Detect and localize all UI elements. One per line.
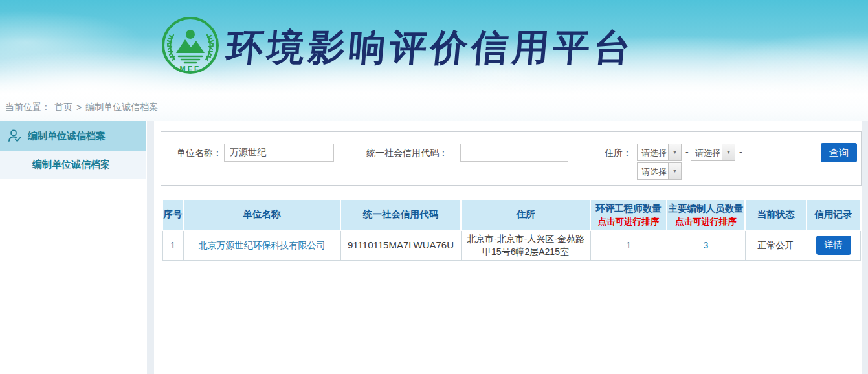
credit-code-input[interactable] (460, 144, 568, 162)
header-engineer-count-sort[interactable]: 环评工程师数量 点击可进行排序 (590, 199, 667, 230)
cell-status: 正常公开 (745, 230, 807, 260)
header-credit-code: 统一社会信用代码 (340, 199, 461, 230)
svg-text:MEE: MEE (180, 65, 201, 72)
cell-credit-record: 详情 (807, 230, 860, 260)
sidebar: 编制单位诚信档案 编制单位诚信档案 (0, 121, 146, 179)
city-select[interactable]: 请选择 ▼ (691, 144, 735, 161)
unit-name-link[interactable]: 北京万源世纪环保科技有限公司 (199, 240, 326, 250)
district-select[interactable]: 请选择 ▼ (637, 162, 682, 180)
sort-hint: 点击可进行排序 (667, 215, 744, 228)
chevron-down-icon[interactable]: ▼ (668, 163, 681, 179)
cell-staff-count: 3 (667, 230, 745, 260)
breadcrumb-current: 编制单位诚信档案 (85, 102, 158, 113)
cell-index: 1 (162, 230, 183, 260)
sidebar-subitem-unit-credit-archive[interactable]: 编制单位诚信档案 (0, 151, 146, 179)
unit-name-label: 单位名称： (177, 148, 222, 159)
header-address: 住所 (461, 199, 590, 230)
header-credit-record: 信用记录 (807, 199, 860, 230)
header-index: 序号 (162, 199, 183, 230)
province-select[interactable]: 请选择 ▼ (637, 144, 682, 161)
breadcrumb-prefix: 当前位置： (5, 102, 50, 113)
results-table: 序号 单位名称 统一社会信用代码 住所 环评工程师数量 点击可进行排序 主要编制… (162, 199, 861, 261)
sidebar-item-unit-credit-archive[interactable]: 编制单位诚信档案 (0, 121, 146, 151)
cell-credit-code: 91110115MA7LWUA76U (340, 230, 461, 260)
table-row: 1 北京万源世纪环保科技有限公司 91110115MA7LWUA76U 北京市-… (162, 230, 860, 260)
credit-code-label: 统一社会信用代码： (366, 148, 448, 159)
dash-separator: - (685, 147, 689, 157)
header-unit-name: 单位名称 (183, 199, 340, 230)
address-label: 住所： (605, 148, 632, 159)
dash-separator: - (739, 147, 742, 157)
header-staff-count-sort[interactable]: 主要编制人员数量 点击可进行排序 (667, 199, 745, 230)
right-divider (862, 121, 868, 374)
table-header-row: 序号 单位名称 统一社会信用代码 住所 环评工程师数量 点击可进行排序 主要编制… (162, 199, 860, 230)
breadcrumb-separator: > (76, 102, 82, 113)
engineer-count-link[interactable]: 1 (626, 240, 631, 250)
chevron-down-icon[interactable]: ▼ (722, 144, 735, 160)
cell-unit-name: 北京万源世纪环保科技有限公司 (183, 230, 340, 260)
search-panel: 单位名称： 统一社会信用代码： 住所： 请选择 ▼ - 请选择 ▼ - 请选择 … (161, 131, 862, 186)
user-check-icon (8, 129, 22, 143)
sort-hint: 点击可进行排序 (591, 215, 666, 228)
staff-count-link[interactable]: 3 (704, 240, 709, 250)
chevron-down-icon[interactable]: ▼ (668, 144, 681, 160)
cell-address: 北京市-北京市-大兴区-金苑路甲15号6幢2层A215室 (461, 230, 590, 260)
page: MEE 环境影响评价信用平台 当前位置： 首页 > 编制单位诚信档案 编制单位诚… (0, 0, 868, 374)
sidebar-item-label: 编制单位诚信档案 (28, 130, 106, 142)
cell-engineer-count: 1 (590, 230, 667, 260)
left-divider (147, 121, 154, 374)
query-button[interactable]: 查询 (821, 143, 857, 162)
detail-button[interactable]: 详情 (816, 236, 851, 255)
mee-logo-icon: MEE (161, 16, 220, 75)
breadcrumb-home-link[interactable]: 首页 (54, 102, 72, 113)
site-banner: MEE 环境影响评价信用平台 (0, 0, 868, 94)
unit-name-input[interactable] (224, 144, 334, 162)
sidebar-subitem-label: 编制单位诚信档案 (32, 159, 110, 171)
site-title: 环境影响评价信用平台 (225, 23, 637, 73)
header-status: 当前状态 (745, 199, 807, 230)
breadcrumb: 当前位置： 首页 > 编制单位诚信档案 (0, 94, 868, 121)
